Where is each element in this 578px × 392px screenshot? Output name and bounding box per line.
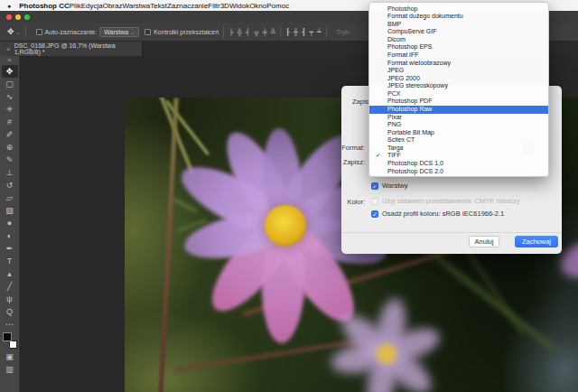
format-menu-item[interactable]: Pixar [369, 114, 548, 122]
cancel-button[interactable]: Anuluj [469, 236, 499, 247]
crop-tool[interactable]: # [2, 116, 18, 128]
apple-logo-icon[interactable]: ● [7, 3, 11, 9]
lasso-tool[interactable]: ∿ [2, 90, 18, 103]
format-menu-item[interactable]: Dicom [369, 36, 548, 44]
move-tool[interactable]: ✥ [2, 65, 18, 78]
healing-brush-tool[interactable]: ⊕ [2, 141, 18, 154]
menubar-item[interactable]: Widok [229, 2, 249, 10]
dodge-tool[interactable]: ◐ [2, 229, 18, 242]
brush-tool[interactable]: ✎ [2, 154, 18, 166]
shape-tool[interactable]: ╱ [2, 280, 18, 293]
menubar-item[interactable]: Edycja [81, 2, 103, 10]
align-vertical-centers-icon[interactable]: ╪ [262, 28, 266, 36]
history-brush-tool[interactable]: ↺ [2, 179, 18, 191]
save-section-label: Zapisz: [341, 158, 365, 166]
quick-mask-button[interactable]: ▣ [2, 350, 18, 363]
document-tab[interactable]: × DSC_0168.JPG @ 16,7% (Warstwa 1,RGB/8)… [0, 42, 143, 56]
format-menu-item[interactable]: Targa [369, 145, 548, 153]
proof-checkbox-row: Użyj ustawień przedstawienia: CMYK roboc… [371, 197, 520, 205]
second-flower-center [377, 344, 396, 364]
path-selection-tool[interactable]: ▴ [2, 267, 18, 280]
save-button[interactable]: Zachowaj [515, 236, 558, 247]
align-top-edges-icon[interactable]: ╦ [254, 28, 258, 36]
auto-select-label: Auto-zaznaczanie: [45, 29, 98, 35]
photoshop-window: ● Photoshop CCPlikEdycjaObrazWarstwaTeks… [0, 0, 578, 392]
window-close-button[interactable] [6, 14, 12, 20]
color-swatches[interactable] [3, 332, 17, 349]
foreground-color-swatch[interactable] [3, 332, 12, 341]
edit-toolbar-button[interactable]: ⋯ [2, 318, 18, 331]
menubar-item[interactable]: Pomoc [266, 2, 289, 10]
collapse-toolbar-icon[interactable]: » [8, 56, 12, 65]
pen-tool[interactable]: ✒ [2, 242, 18, 255]
distribute-center-icon[interactable]: ╫ [294, 28, 298, 36]
format-menu-item[interactable]: Photoshop Raw [369, 106, 548, 114]
menubar-item[interactable]: Zaznaczanie [167, 2, 208, 10]
format-menu-item[interactable]: JPEG 2000 [369, 75, 548, 83]
distribute-left-icon[interactable]: ┠ [285, 28, 290, 36]
gradient-tool[interactable]: ▨ [2, 204, 18, 217]
tools-panel: » ✥▢∿✳#✐⊕✎⊥↺▱▨●◐✒T▴╱ψQ⋯ ▣▥ [0, 56, 20, 392]
distribute-right-icon[interactable]: ┨ [302, 28, 306, 36]
transform-controls-checkbox[interactable] [144, 29, 151, 35]
align-right-edges-icon[interactable]: ╡ [246, 28, 250, 36]
close-tab-icon[interactable]: × [6, 45, 11, 53]
auto-select-checkbox[interactable] [36, 29, 42, 35]
format-menu-item[interactable]: ✓ TIFF [369, 152, 548, 160]
align-horizontal-centers-icon[interactable]: ╬ [237, 28, 241, 36]
format-menu-item[interactable]: Format IFF [369, 51, 548, 60]
screen-mode-button[interactable]: ▥ [2, 363, 18, 376]
format-menu-item[interactable]: Scitex CT [369, 136, 548, 145]
tool-preset-caret-icon[interactable]: ⌄ [16, 29, 21, 35]
divider [280, 25, 281, 38]
menubar-item[interactable]: Obraz [103, 2, 123, 10]
proof-setup-label: Użyj ustawień przedstawienia: CMYK roboc… [382, 197, 520, 205]
stem [158, 98, 178, 392]
menubar-item[interactable]: Plik [70, 2, 81, 10]
profile-checkbox-row: ✓ Osadź profil koloru: sRGB IEC61966-2.1 [371, 210, 504, 218]
format-menu-item[interactable]: Format wieloobrazowy [369, 60, 548, 68]
format-menu-item[interactable]: PNG [369, 121, 548, 129]
format-menu-item[interactable]: Photoshop DCS 2.0 [369, 168, 548, 176]
menubar-item[interactable]: Photoshop CC [19, 2, 70, 10]
format-menu-item[interactable]: JPEG [369, 67, 548, 75]
layers-checkbox[interactable]: ✓ [371, 182, 378, 190]
align-left-edges-icon[interactable]: ╞ [228, 28, 233, 36]
format-menu-item[interactable]: JPEG stereoskopowy [369, 82, 548, 90]
menubar-item[interactable]: 3D [220, 2, 229, 10]
embed-profile-checkbox[interactable]: ✓ [371, 210, 378, 218]
distribute-bottom-icon[interactable]: ┷ [317, 28, 322, 36]
menubar-item[interactable]: Tekst [150, 2, 167, 10]
align-bottom-edges-icon[interactable]: ╩ [271, 28, 275, 36]
zoom-tool[interactable]: Q [2, 305, 18, 318]
clone-stamp-tool[interactable]: ⊥ [2, 166, 18, 179]
divider [326, 25, 327, 38]
background-color-swatch[interactable] [9, 341, 17, 349]
format-menu-item[interactable]: Photoshop PDF [369, 98, 548, 106]
type-tool[interactable]: T [2, 255, 18, 267]
proof-setup-checkbox[interactable] [371, 198, 378, 205]
window-minimize-button[interactable] [15, 14, 21, 20]
window-zoom-button[interactable] [24, 14, 30, 20]
format-menu-item[interactable]: Portable Bit Map [369, 129, 548, 137]
menubar-item[interactable]: Warstwa [122, 2, 150, 10]
auto-select-target-dropdown[interactable]: Warstwa ⌄ [99, 27, 139, 37]
marquee-tool[interactable]: ▢ [2, 78, 18, 90]
quick-selection-tool[interactable]: ✳ [2, 103, 18, 116]
format-menu-item[interactable]: Photoshop EPS [369, 43, 548, 51]
document-title: DSC_0168.JPG @ 16,7% (Warstwa 1,RGB/8) * [14, 42, 142, 55]
format-menu-item[interactable]: CompuServe GIF [369, 28, 548, 36]
format-menu-item[interactable]: Photoshop [369, 5, 548, 14]
format-menu-item[interactable]: Format dużego dokumentu [369, 13, 548, 21]
blur-tool[interactable]: ● [2, 217, 18, 229]
format-menu-item[interactable]: BMP [369, 21, 548, 29]
hand-tool[interactable]: ψ [2, 293, 18, 305]
menubar-item[interactable]: Okno [249, 2, 266, 10]
chevron-down-icon: ⌄ [130, 29, 135, 35]
format-menu-item[interactable]: Photoshop DCS 1,0 [369, 160, 548, 168]
menubar-item[interactable]: Filtr [208, 2, 219, 10]
eraser-tool[interactable]: ▱ [2, 191, 18, 204]
format-menu-item[interactable]: PCX [369, 90, 548, 98]
distribute-top-icon[interactable]: ┯ [309, 28, 313, 36]
eyedropper-tool[interactable]: ✐ [2, 128, 18, 141]
